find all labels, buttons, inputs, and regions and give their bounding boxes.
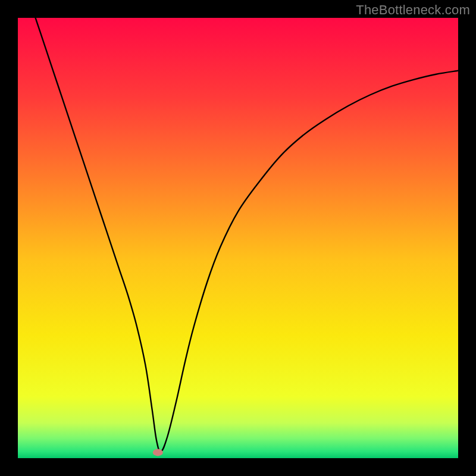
chart-plot — [18, 18, 458, 458]
minimum-marker — [153, 449, 163, 456]
plot-background — [18, 18, 458, 458]
chart-stage: TheBottleneck.com — [0, 0, 476, 476]
watermark-text: TheBottleneck.com — [356, 2, 470, 18]
